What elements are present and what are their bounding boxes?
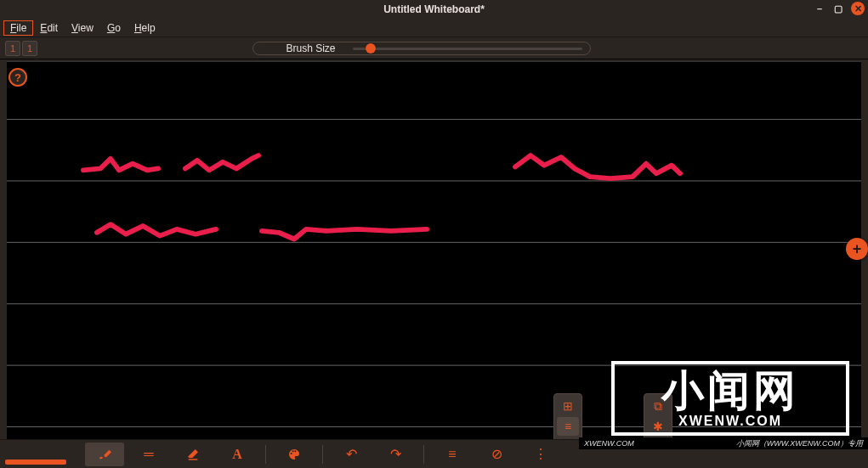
minimize-button[interactable]: –	[814, 3, 825, 14]
titlebar: Untitled Whiteboard* – ▢ ✕	[0, 0, 868, 19]
copy-icon[interactable]: ⧉	[647, 397, 669, 415]
star-icon[interactable]: ✱	[647, 417, 669, 436]
undo-icon[interactable]: ↶	[332, 443, 371, 466]
add-page-button[interactable]: +	[846, 238, 868, 260]
menu-view[interactable]: View	[65, 20, 100, 36]
more-icon[interactable]: ⋮	[521, 443, 560, 466]
slider-thumb[interactable]	[366, 43, 376, 54]
lines-icon[interactable]: ≡	[557, 417, 579, 436]
plus-icon: +	[853, 240, 862, 258]
separator	[265, 445, 266, 464]
menubar: FileEditViewGoHelp	[0, 19, 868, 37]
menu-go[interactable]: Go	[100, 20, 128, 36]
brush-size-label: Brush Size	[286, 42, 335, 54]
accent-indicator	[5, 460, 66, 465]
close-button[interactable]: ✕	[851, 2, 865, 15]
page-current[interactable]: 1	[5, 41, 20, 56]
menu-edit[interactable]: Edit	[33, 20, 65, 36]
separator	[322, 445, 323, 464]
menu-help[interactable]: Help	[128, 20, 162, 36]
window-title: Untitled Whiteboard*	[383, 3, 485, 15]
brush-toolbar: 1 1 Brush Size	[0, 37, 868, 59]
grid-icon[interactable]: ⊞	[557, 397, 579, 415]
menu-file[interactable]: File	[3, 20, 33, 36]
clear-icon[interactable]: ⊘	[477, 443, 516, 466]
help-icon: ?	[14, 71, 21, 84]
window-controls: – ▢ ✕	[814, 2, 865, 15]
bottom-toolbar: ═A↶↷≡⊘⋮	[0, 439, 868, 468]
maximize-button[interactable]: ▢	[832, 3, 844, 14]
brush-size-slider[interactable]	[353, 42, 582, 55]
whiteboard-canvas[interactable]	[7, 61, 861, 439]
eraser-icon[interactable]	[173, 443, 213, 466]
separator	[423, 445, 424, 464]
page-indicator: 1 1	[5, 41, 37, 56]
redo-icon[interactable]: ↷	[376, 443, 415, 466]
brush-tool-icon[interactable]	[85, 443, 124, 466]
lines-toggle-icon[interactable]: ≡	[433, 443, 472, 466]
app-window: Untitled Whiteboard* – ▢ ✕ FileEditViewG…	[0, 0, 868, 468]
page-total[interactable]: 1	[22, 41, 37, 56]
ink-strokes	[83, 155, 680, 239]
highlighter-icon[interactable]: ═	[129, 443, 168, 466]
text-tool-icon[interactable]: A	[218, 443, 257, 466]
help-button[interactable]: ?	[9, 68, 27, 87]
palette-icon[interactable]	[275, 443, 314, 466]
